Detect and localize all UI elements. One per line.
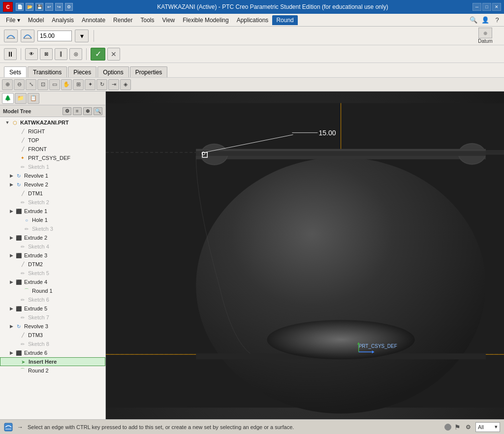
menu-tools[interactable]: Tools — [136, 15, 158, 25]
pause-button[interactable]: ⏸ — [4, 48, 17, 60]
menu-view[interactable]: View — [158, 15, 179, 25]
radius-input[interactable]: 15.00 — [37, 31, 72, 41]
menu-applications[interactable]: Applications — [233, 15, 273, 25]
open-button[interactable]: 📂 — [26, 3, 33, 11]
tab-transitions[interactable]: Transitions — [28, 66, 67, 77]
tree-item-sketch7[interactable]: ✏ Sketch 7 — [0, 313, 105, 322]
csys-expander — [12, 155, 19, 161]
save-button[interactable]: 💾 — [35, 3, 43, 11]
datum-icon[interactable]: ⊕ — [478, 28, 492, 38]
zoom-area-button[interactable]: ⤡ — [26, 79, 36, 90]
status-filter-dropdown[interactable]: All ▾ — [475, 422, 500, 432]
view-options-btn3[interactable]: ∥ — [55, 48, 67, 60]
fly-through-button[interactable]: ⇥ — [108, 79, 119, 90]
tree-item-extrude1[interactable]: ▶ ⬛ Extrude 1 — [0, 207, 105, 216]
help-user-button[interactable]: 👤 — [480, 15, 490, 25]
svg-point-8 — [196, 157, 486, 414]
sk4-icon: ✏ — [19, 243, 27, 250]
r2-icon: ⌒ — [19, 367, 27, 374]
dtm3-label: DTM3 — [28, 332, 43, 338]
normal-round-button[interactable] — [4, 30, 18, 42]
zoom-in-button[interactable]: ⊕ — [2, 79, 13, 90]
tree-item-csys[interactable]: ✦ PRT_CSYS_DEF — [0, 154, 105, 162]
tree-search-button[interactable]: 🔍 — [94, 107, 102, 115]
tree-item-sketch5[interactable]: ✏ Sketch 5 — [0, 269, 105, 278]
top-icon: ╱ — [19, 137, 27, 144]
menu-model[interactable]: Model — [24, 15, 48, 25]
tree-settings-button[interactable]: ⚙ — [63, 107, 71, 115]
tree-item-dtm2[interactable]: ╱ DTM2 — [0, 260, 105, 269]
zoom-fit-button[interactable]: ▭ — [49, 79, 60, 90]
tree-item-dtm3[interactable]: ╱ DTM3 — [0, 331, 105, 340]
sk8-expander — [12, 341, 19, 347]
tree-item-sketch1[interactable]: ✏ Sketch 1 — [0, 162, 105, 171]
sk7-expander — [12, 314, 19, 321]
menu-analysis[interactable]: Analysis — [48, 15, 78, 25]
tree-item-sketch4[interactable]: ✏ Sketch 4 — [0, 242, 105, 251]
tree-columns-button[interactable]: ≡ — [73, 107, 82, 115]
tab-properties[interactable]: Properties — [130, 66, 168, 77]
tree-item-sketch8[interactable]: ✏ Sketch 8 — [0, 340, 105, 348]
tree-item-extrude4[interactable]: ▶ ⬛ Extrude 4 — [0, 278, 105, 286]
tree-item-sketch3[interactable]: ✏ Sketch 3 — [0, 224, 105, 233]
pan-button[interactable]: ✋ — [61, 79, 72, 90]
undo-button[interactable]: ↩ — [45, 3, 53, 11]
display-style-button[interactable]: ✦ — [85, 79, 95, 90]
search-button[interactable]: 🔍 — [469, 15, 478, 25]
menu-file[interactable]: File ▾ — [2, 15, 24, 25]
tree-expand-button[interactable]: ⊕ — [83, 107, 92, 115]
minimize-button[interactable]: ─ — [472, 3, 481, 11]
spin-button[interactable]: ↻ — [96, 79, 107, 90]
tab-options[interactable]: Options — [97, 66, 128, 77]
cancel-button[interactable]: ✕ — [107, 48, 120, 61]
sidebar-folder-tab[interactable]: 📁 — [15, 93, 27, 104]
close-button[interactable]: ✕ — [492, 3, 501, 11]
tab-pieces[interactable]: Pieces — [68, 66, 96, 77]
tree-item-hole1[interactable]: ○ Hole 1 — [0, 216, 105, 224]
redo-button[interactable]: ↪ — [55, 3, 63, 11]
menu-render[interactable]: Render — [109, 15, 136, 25]
orient-button[interactable]: ◈ — [120, 79, 131, 90]
view-options-btn4[interactable]: ◎ — [69, 48, 82, 60]
tree-item-front[interactable]: ╱ FRONT — [0, 145, 105, 154]
tree-item-top[interactable]: ╱ TOP — [0, 136, 105, 145]
tree-item-extrude6[interactable]: ▶ ⬛ Extrude 6 — [0, 348, 105, 357]
sidebar-tree-tab[interactable]: 🌲 — [2, 93, 14, 104]
tree-item-dtm1[interactable]: ╱ DTM1 — [0, 189, 105, 198]
title-bar-left: C 📄 📂 💾 ↩ ↪ ⚙ — [3, 2, 73, 12]
view-saved-button[interactable]: ⊞ — [73, 79, 84, 90]
tree-item-root[interactable]: ▼ ⬡ KATWKAZANI.PRT — [0, 118, 105, 127]
zoom-out-button[interactable]: ⊖ — [14, 79, 25, 90]
tree-item-sketch6[interactable]: ✏ Sketch 6 — [0, 295, 105, 304]
tree-item-revolve3[interactable]: ▶ ↻ Revolve 3 — [0, 322, 105, 331]
dtm3-expander — [12, 332, 19, 339]
tools-button[interactable]: ⚙ — [65, 3, 73, 11]
new-button[interactable]: 📄 — [16, 3, 24, 11]
radius-dropdown[interactable]: ▾ — [75, 30, 89, 42]
viewport[interactable]: 15.00 PRT_CSYS_DEF — [106, 92, 504, 419]
tree-item-round2[interactable]: ⌒ Round 2 — [0, 366, 105, 375]
view-options-btn2[interactable]: ⊠ — [40, 48, 53, 60]
tab-sets[interactable]: Sets — [4, 66, 27, 77]
hole1-expander — [16, 217, 23, 223]
sidebar-layers-tab[interactable]: 📋 — [28, 93, 39, 104]
help-button[interactable]: ? — [492, 15, 502, 25]
accept-button[interactable]: ✓ — [91, 48, 105, 61]
tree-item-extrude3[interactable]: ▶ ⬛ Extrude 3 — [0, 251, 105, 260]
tree-item-right[interactable]: ╱ RIGHT — [0, 127, 105, 136]
tree-item-extrude2[interactable]: ▶ ⬛ Extrude 2 — [0, 233, 105, 242]
menu-flexible-modeling[interactable]: Flexible Modeling — [179, 15, 232, 25]
menu-round[interactable]: Round — [272, 15, 297, 25]
menu-annotate[interactable]: Annotate — [78, 15, 109, 25]
tree-item-round1[interactable]: ⌒ Round 1 — [0, 286, 105, 295]
tree-item-extrude5[interactable]: ▶ ⬛ Extrude 5 — [0, 304, 105, 313]
tree-item-revolve2[interactable]: ▶ ↻ Revolve 2 — [0, 180, 105, 189]
tree-item-sketch2[interactable]: ✏ Sketch 2 — [0, 198, 105, 207]
refit-button[interactable]: ⊡ — [37, 79, 48, 90]
tree-item-insert-here[interactable]: ➤ Insert Here — [0, 357, 105, 366]
full-round-button[interactable] — [21, 30, 34, 42]
status-settings-icon[interactable]: ⚙ — [464, 423, 472, 432]
maximize-button[interactable]: □ — [482, 3, 491, 11]
tree-item-revolve1[interactable]: ▶ ↻ Revolve 1 — [0, 171, 105, 180]
view-options-btn1[interactable]: 👁 — [25, 48, 38, 60]
